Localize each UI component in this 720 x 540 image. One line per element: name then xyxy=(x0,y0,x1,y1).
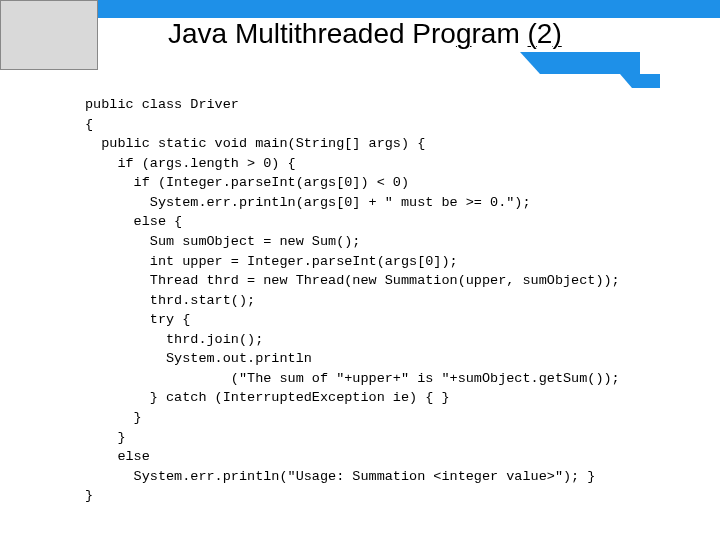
title-part: 2 xyxy=(537,18,553,49)
title-part: ram xyxy=(472,18,528,49)
header-gray-box xyxy=(0,0,98,70)
title-part: Java Multithreaded Pro xyxy=(168,18,456,49)
title-underline: ) xyxy=(552,18,561,49)
title-underline: g xyxy=(456,18,472,49)
title-underline: ( xyxy=(528,18,537,49)
slide-header: Java Multithreaded Program (2) xyxy=(0,0,720,72)
deco-large-parallelogram xyxy=(540,52,640,74)
code-block: public class Driver { public static void… xyxy=(85,95,680,506)
header-decoration xyxy=(540,52,660,84)
deco-small-parallelogram xyxy=(632,74,660,88)
slide-title: Java Multithreaded Program (2) xyxy=(168,18,562,50)
header-blue-bar xyxy=(0,0,720,18)
